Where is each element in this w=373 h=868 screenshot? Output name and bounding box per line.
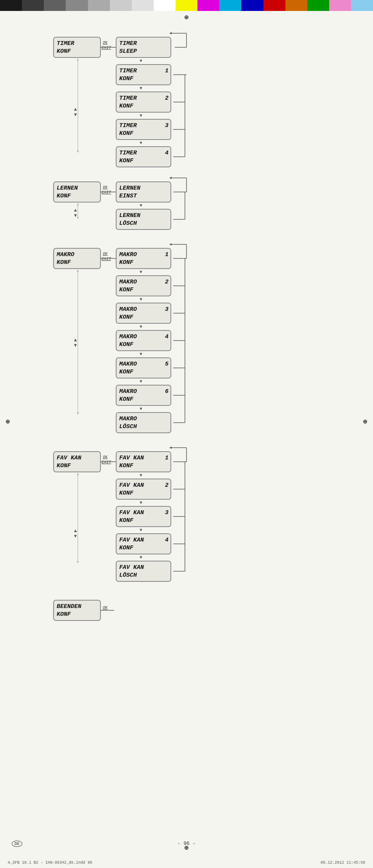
svg-text:KONF: KONF: [119, 130, 134, 137]
svg-text:FAV KAN: FAV KAN: [57, 455, 82, 461]
svg-text:EXIT: EXIT: [102, 460, 111, 464]
svg-marker-82: [169, 243, 172, 246]
svg-text:KONF: KONF: [119, 103, 134, 109]
svg-text:EXIT: EXIT: [102, 190, 111, 195]
svg-text:MAKRO: MAKRO: [119, 388, 137, 395]
svg-text:FAV KAN: FAV KAN: [119, 509, 144, 516]
svg-text:MAKRO: MAKRO: [119, 251, 137, 258]
bottom-reg-mark: ⊕: [182, 843, 191, 852]
svg-text:▼: ▼: [139, 527, 143, 532]
svg-text:1: 1: [165, 68, 169, 74]
svg-text:MAKRO: MAKRO: [56, 251, 74, 258]
svg-text:TIMER: TIMER: [119, 40, 137, 47]
top-reg-mark: ⊕: [182, 13, 191, 22]
svg-text:▼: ▼: [139, 500, 143, 505]
svg-marker-122: [77, 412, 79, 415]
svg-text:3: 3: [165, 509, 169, 516]
svg-text:4: 4: [165, 537, 169, 543]
svg-text:KONF: KONF: [57, 611, 71, 618]
svg-text:MAKRO: MAKRO: [119, 361, 137, 368]
svg-text:KONF: KONF: [57, 193, 71, 199]
svg-text:▼: ▼: [139, 113, 143, 118]
svg-text:▼: ▼: [139, 86, 143, 90]
svg-text:2: 2: [165, 279, 169, 285]
svg-text:KONF: KONF: [119, 463, 134, 469]
svg-text:KONF: KONF: [57, 48, 71, 55]
svg-text:KONF: KONF: [119, 517, 134, 524]
svg-marker-164: [77, 473, 79, 475]
svg-text:MAKRO: MAKRO: [119, 416, 137, 422]
svg-text:LÖSCH: LÖSCH: [119, 220, 137, 227]
svg-text:▼: ▼: [139, 58, 143, 63]
svg-marker-138: [169, 447, 172, 449]
svg-text:KONF: KONF: [119, 287, 134, 293]
svg-text:4: 4: [165, 150, 169, 156]
svg-text:LERNEN: LERNEN: [119, 212, 141, 219]
svg-text:MAKRO: MAKRO: [119, 334, 137, 340]
left-reg-mark: ⊕: [3, 417, 13, 426]
svg-marker-34: [77, 58, 79, 61]
svg-text:▼: ▼: [139, 555, 143, 560]
svg-text:▼: ▼: [139, 203, 143, 208]
svg-text:EXIT: EXIT: [102, 257, 111, 261]
svg-text:KONF: KONF: [119, 341, 134, 348]
svg-text:▼: ▼: [139, 406, 143, 411]
svg-text:MAKRO: MAKRO: [119, 279, 137, 285]
diagram-svg: TIMER KONF OK EXIT TIMER SLEEP ▼ TIMER K…: [50, 25, 323, 768]
svg-text:OK: OK: [103, 455, 108, 459]
svg-text:▲: ▲: [73, 106, 78, 112]
svg-text:KONF: KONF: [57, 463, 71, 469]
svg-text:FAV KAN: FAV KAN: [119, 482, 144, 489]
color-bar: [0, 0, 373, 11]
svg-text:▼: ▼: [139, 473, 143, 477]
svg-text:KONF: KONF: [119, 369, 134, 375]
svg-text:1: 1: [165, 251, 169, 258]
svg-text:▼: ▼: [139, 297, 143, 301]
svg-text:EINST: EINST: [119, 193, 137, 199]
svg-text:▲: ▲: [73, 337, 78, 343]
svg-text:MAKRO: MAKRO: [119, 306, 137, 313]
svg-text:▼: ▼: [139, 140, 143, 145]
svg-text:▼: ▼: [139, 352, 143, 356]
svg-text:▲: ▲: [73, 207, 78, 213]
svg-text:KONF: KONF: [119, 314, 134, 321]
svg-text:TIMER: TIMER: [119, 95, 137, 102]
svg-marker-64: [77, 203, 79, 205]
svg-text:▼: ▼: [73, 343, 78, 348]
svg-text:▲: ▲: [73, 528, 78, 533]
svg-marker-120: [77, 269, 79, 272]
svg-text:2: 2: [165, 482, 169, 489]
svg-text:OK: OK: [103, 185, 108, 190]
svg-text:3: 3: [165, 122, 169, 129]
svg-text:OK: OK: [103, 41, 108, 45]
svg-text:EXIT: EXIT: [102, 46, 111, 50]
footer-info: A_SFB 10.1 B2 - IAN-86342_de.indd 96 06.…: [0, 861, 373, 865]
svg-text:KONF: KONF: [119, 545, 134, 551]
svg-text:3: 3: [165, 306, 169, 313]
svg-text:5: 5: [165, 361, 169, 368]
svg-marker-36: [77, 151, 79, 153]
svg-marker-166: [77, 561, 79, 563]
svg-text:6: 6: [165, 388, 169, 395]
svg-text:FAV KAN: FAV KAN: [119, 537, 144, 543]
svg-text:TIMER: TIMER: [119, 122, 137, 129]
svg-text:KONF: KONF: [119, 158, 134, 164]
svg-text:LÖSCH: LÖSCH: [119, 572, 137, 579]
svg-text:KONF: KONF: [57, 259, 71, 266]
svg-text:TIMER: TIMER: [119, 150, 137, 156]
svg-text:TIMER: TIMER: [57, 40, 75, 47]
svg-text:▼: ▼: [139, 269, 143, 274]
right-reg-mark: ⊕: [360, 417, 370, 426]
svg-marker-12: [169, 32, 172, 34]
svg-text:OK: OK: [103, 606, 108, 610]
svg-text:KONF: KONF: [119, 396, 134, 403]
svg-text:2: 2: [165, 95, 169, 102]
svg-text:LERNEN: LERNEN: [57, 185, 78, 192]
svg-text:FAV KAN: FAV KAN: [119, 455, 144, 461]
svg-text:TIMER: TIMER: [119, 68, 137, 74]
footer-left: A_SFB 10.1 B2 - IAN-86342_de.indd 96: [8, 861, 92, 865]
svg-text:▼: ▼: [139, 379, 143, 384]
svg-text:KONF: KONF: [119, 490, 134, 497]
svg-marker-56: [169, 177, 172, 179]
svg-text:▼: ▼: [73, 112, 78, 117]
